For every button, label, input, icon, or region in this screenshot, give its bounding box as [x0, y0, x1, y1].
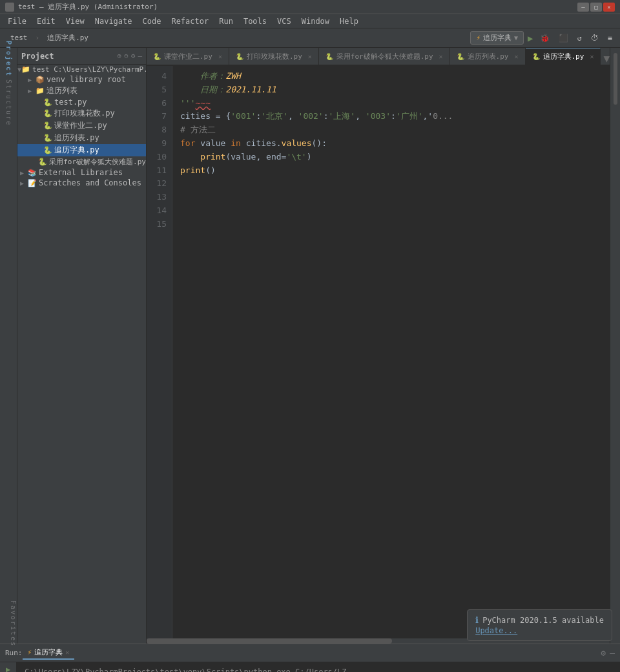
stop-button[interactable]: ⬛ [556, 32, 571, 44]
rerun-button[interactable]: ↺ [575, 32, 584, 44]
title-bar: test – 追历字典.py (Administrator) — □ ✕ [0, 0, 620, 14]
notification-icon: ℹ [475, 615, 479, 625]
panel-settings-icon[interactable]: ⚙ [131, 52, 136, 60]
code-line-12: print(value, end='\t') [180, 151, 602, 164]
menu-window[interactable]: Window [296, 16, 335, 27]
close-button[interactable]: ✕ [603, 3, 615, 12]
structure-sidebar-icon[interactable]: Structure [0, 94, 17, 111]
menu-code[interactable]: Code [138, 16, 167, 27]
main-toolbar: test › 追历字典.py ⚡ 追历字典 ▼ ▶ 🐞 ⬛ ↺ ⏱ ≡ [0, 28, 620, 48]
menu-help[interactable]: Help [335, 16, 364, 27]
code-editor[interactable]: 4 5 6 7 8 9 10 11 12 13 14 15 作者：ZWH 日期：… [147, 66, 610, 638]
right-sidebar [610, 48, 620, 644]
run-button[interactable]: ▶ [528, 33, 533, 43]
tab-close-history-list[interactable]: ✕ [514, 53, 518, 60]
tab-close-hw2[interactable]: ✕ [218, 53, 222, 60]
tree-item-history-list-py[interactable]: 🐍 追历列表.py [17, 132, 146, 144]
tab-close-fox[interactable]: ✕ [439, 53, 443, 60]
notification-link[interactable]: Update... [475, 626, 604, 635]
tree-item-fox-py[interactable]: 🐍 采用for破解令狐大侠难题.py [17, 156, 146, 167]
run-output: C:\Users\LZY\PycharmProjects\test\venv\S… [17, 662, 620, 672]
code-line-8: cities = {'001':'北京', '002':'上海', '003':… [180, 110, 602, 123]
run-settings-icon[interactable]: ⚙ [601, 648, 606, 658]
run-command-line: C:\Users\LZY\PycharmProjects\test\venv\S… [25, 667, 612, 672]
project-sidebar-icon[interactable]: Project [0, 50, 17, 67]
code-line-11: for value in cities.values(): [180, 137, 602, 151]
tree-item-folder[interactable]: ▶ 📁 追历列表 [17, 85, 146, 97]
tree-venv[interactable]: ▶ 📦 venv library root [17, 74, 146, 85]
code-line-6: '''~~~ [180, 97, 602, 110]
main-layout: Project Structure Favorites Project ⊕ ⊖ … [0, 48, 620, 644]
tab-bar: 🐍 课堂作业二.py ✕ 🐍 打印玫瑰花数.py ✕ 🐍 采用for破解令狐大侠… [147, 48, 610, 66]
file-breadcrumb[interactable]: 追历字典.py [42, 32, 94, 44]
notification-popup: ℹ PyCharm 2020.1.5 available Update... [467, 609, 612, 641]
menu-view[interactable]: View [61, 16, 90, 27]
code-line-4: 作者：ZWH [180, 70, 602, 83]
menu-run[interactable]: Run [214, 16, 238, 27]
maximize-button[interactable]: □ [590, 3, 602, 12]
scrollbar-thumb[interactable] [147, 638, 392, 644]
code-content[interactable]: 作者：ZWH 日期：2021.11.11 '''~~~ cities = {'0… [172, 66, 610, 638]
tree-external-libraries[interactable]: ▶ 📚 External Libraries [17, 167, 146, 178]
tab-close-history-dict[interactable]: ✕ [590, 53, 594, 60]
panel-title: Project [21, 52, 54, 61]
tree-item-test-py[interactable]: 🐍 test.py [17, 97, 146, 107]
tab-overflow-icon[interactable]: ▼ [603, 52, 610, 65]
code-line-10: # 方法二 [180, 123, 602, 137]
panel-collapse-icon[interactable]: ⊖ [124, 52, 129, 60]
tree-item-rose-py[interactable]: 🐍 打印玫瑰花数.py [17, 107, 146, 120]
project-tree: ▼ 📁 test C:\Users\LZY\PycharmP... ▶ 📦 ve… [17, 65, 146, 644]
menu-navigate[interactable]: Navigate [90, 16, 138, 27]
run-tab-close[interactable]: ✕ [65, 649, 69, 656]
menu-refactor[interactable]: Refactor [166, 16, 214, 27]
mini-scrollbar[interactable] [614, 53, 617, 105]
run-panel: Run: ⚡ 追历字典 ✕ ⚙ — ▶ ↑ ⬛ ↓ ↵ ≡ 📌 🖨 🗑 C:\U… [0, 644, 620, 672]
code-line-13: print() [180, 164, 602, 178]
tab-history-dict[interactable]: 🐍 追历字典.py ✕ [526, 48, 601, 65]
panel-minimize-icon[interactable]: — [138, 52, 142, 60]
more-button[interactable]: ≡ [605, 32, 615, 44]
panel-header: Project ⊕ ⊖ ⚙ — [17, 48, 146, 65]
code-line-5: 日期：2021.11.11 [180, 83, 602, 97]
menu-tools[interactable]: Tools [238, 16, 272, 27]
window-title: test – 追历字典.py (Administrator) [18, 2, 158, 12]
menu-edit[interactable]: Edit [32, 16, 61, 27]
tree-item-hw2-py[interactable]: 🐍 课堂作业二.py [17, 120, 146, 132]
tab-fox[interactable]: 🐍 采用for破解令狐大侠难题.py ✕ [319, 48, 450, 65]
tab-rose[interactable]: 🐍 打印玫瑰花数.py ✕ [229, 48, 319, 65]
minimize-button[interactable]: — [577, 3, 589, 12]
tree-root[interactable]: ▼ 📁 test C:\Users\LZY\PycharmP... [17, 65, 146, 74]
project-panel: Project ⊕ ⊖ ⚙ — ▼ 📁 test C:\Users\LZY\Py… [17, 48, 147, 644]
tab-history-list[interactable]: 🐍 追历列表.py ✕ [450, 48, 526, 65]
breadcrumb-separator: › [36, 34, 40, 42]
notification-title: PyCharm 2020.1.5 available [482, 616, 604, 625]
line-numbers: 4 5 6 7 8 9 10 11 12 13 14 15 [147, 66, 172, 638]
debug-button[interactable]: 🐞 [537, 32, 552, 44]
run-label: Run: [5, 649, 23, 657]
run-minimize-icon[interactable]: — [610, 648, 615, 658]
side-toolbar: Project Structure Favorites [0, 48, 17, 644]
panel-expand-icon[interactable]: ⊕ [118, 52, 122, 60]
run-tab-active[interactable]: ⚡ 追历字典 ✕ [23, 646, 75, 660]
run-configuration[interactable]: ⚡ 追历字典 ▼ [470, 31, 524, 45]
tab-hw2[interactable]: 🐍 课堂作业二.py ✕ [147, 48, 229, 65]
app-icon [5, 3, 14, 12]
menu-bar: File Edit View Navigate Code Refactor Ru… [0, 14, 620, 28]
run-side-toolbar: ▶ ↑ ⬛ ↓ ↵ ≡ 📌 🖨 🗑 [0, 662, 17, 672]
tree-scratches[interactable]: ▶ 📝 Scratches and Consoles [17, 178, 146, 188]
menu-vcs[interactable]: VCS [272, 16, 296, 27]
run-content: ▶ ↑ ⬛ ↓ ↵ ≡ 📌 🖨 🗑 C:\Users\LZY\PycharmPr… [0, 662, 620, 672]
favorites-sidebar-icon[interactable]: Favorites [5, 615, 21, 632]
tree-item-history-dict-py[interactable]: 🐍 追历字典.py [17, 144, 146, 156]
rerun-icon[interactable]: ▶ [6, 665, 10, 672]
menu-file[interactable]: File [3, 16, 32, 27]
run-tab-bar: Run: ⚡ 追历字典 ✕ ⚙ — [0, 644, 620, 662]
editor-area: 🐍 课堂作业二.py ✕ 🐍 打印玫瑰花数.py ✕ 🐍 采用for破解令狐大侠… [147, 48, 610, 644]
tab-close-rose[interactable]: ✕ [308, 53, 312, 60]
profile-button[interactable]: ⏱ [588, 32, 601, 44]
